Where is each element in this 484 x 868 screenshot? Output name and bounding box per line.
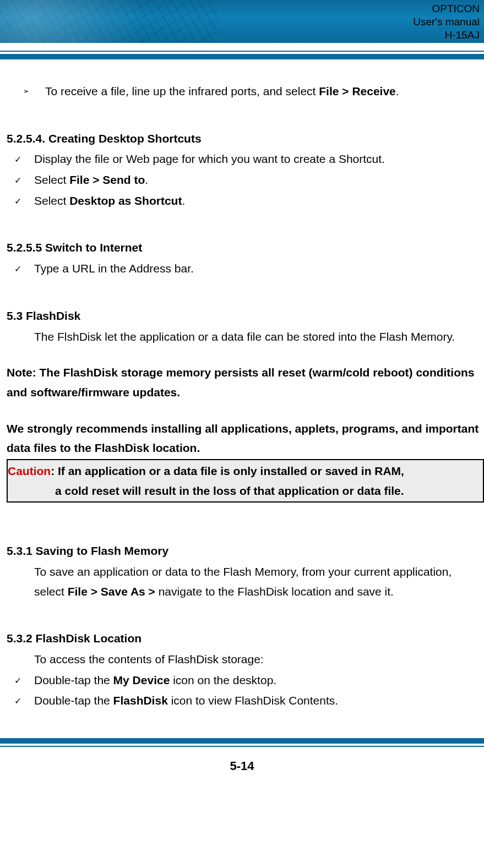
caution-line-1: Caution: If an application or a data fil… bbox=[8, 461, 481, 481]
check-icon: ✓ bbox=[7, 670, 34, 688]
bullet-text: Type a URL in the Address bar. bbox=[34, 259, 484, 279]
text-post: icon to view FlashDisk Contents. bbox=[168, 694, 338, 707]
caution-line-2: a cold reset will result in the loss of … bbox=[55, 481, 481, 501]
header-banner: OPTICON User's manual H-15AJ bbox=[0, 0, 484, 43]
heading-internet: 5.2.5.5 Switch to Internet bbox=[7, 238, 484, 258]
check-icon: ✓ bbox=[7, 691, 34, 708]
heading-flash-location: 5.3.2 FlashDisk Location bbox=[7, 629, 484, 648]
text-bold: FlashDisk bbox=[113, 694, 168, 707]
text-post: . bbox=[145, 173, 148, 186]
text-pre: Select bbox=[34, 173, 69, 186]
header-line-1: OPTICON bbox=[413, 2, 480, 15]
caution-label: Caution bbox=[8, 465, 51, 477]
flash-location-intro: To access the contents of FlashDisk stor… bbox=[34, 649, 484, 669]
check-icon: ✓ bbox=[7, 170, 34, 188]
bullet-location-1: ✓ Double-tap the My Device icon on the d… bbox=[7, 670, 484, 690]
check-icon: ✓ bbox=[7, 259, 34, 276]
bullet-shortcut-2: ✓ Select File > Send to. bbox=[7, 170, 484, 190]
content-area: ➢ To receive a file, line up the infrare… bbox=[0, 59, 484, 711]
flashdisk-body: The FlshDisk let the application or a da… bbox=[34, 327, 484, 347]
text-pre: To receive a file, line up the infrared … bbox=[45, 85, 319, 97]
bullet-receive-file: ➢ To receive a file, line up the infrare… bbox=[7, 81, 484, 101]
heading-flashdisk: 5.3 FlashDisk bbox=[7, 306, 484, 326]
caution-text-1: : If an application or a data file is on… bbox=[51, 465, 404, 477]
note-block: Note: The FlashDisk storage memory persi… bbox=[7, 363, 484, 402]
bullet-internet-1: ✓ Type a URL in the Address bar. bbox=[7, 259, 484, 279]
text-bold: Desktop as Shortcut bbox=[69, 194, 182, 207]
text-post: navigate to the FlashDisk location and s… bbox=[155, 585, 394, 598]
heading-save-flash: 5.3.1 Saving to Flash Memory bbox=[7, 541, 484, 561]
page-container: OPTICON User's manual H-15AJ ➢ To receiv… bbox=[0, 0, 484, 784]
header-line-3: H-15AJ bbox=[413, 29, 480, 42]
footer-rules bbox=[0, 738, 484, 747]
bullet-text: Double-tap the My Device icon on the des… bbox=[34, 670, 484, 690]
text-pre: Select bbox=[34, 194, 69, 207]
bullet-shortcut-3: ✓ Select Desktop as Shortcut. bbox=[7, 191, 484, 211]
caution-box: Caution: If an application or a data fil… bbox=[7, 459, 484, 503]
text-bold: File > Save As > bbox=[68, 585, 155, 598]
text-bold: File > Send to bbox=[69, 173, 145, 186]
check-icon: ✓ bbox=[7, 149, 34, 167]
bullet-text: Select File > Send to. bbox=[34, 170, 484, 190]
header-rule-thick bbox=[0, 54, 484, 59]
arrow-icon: ➢ bbox=[7, 81, 45, 97]
check-icon: ✓ bbox=[7, 191, 34, 209]
header-text-block: OPTICON User's manual H-15AJ bbox=[413, 2, 480, 41]
footer-rule-thin bbox=[0, 746, 484, 747]
heading-shortcuts: 5.2.5.4. Creating Desktop Shortcuts bbox=[7, 129, 484, 149]
text-post: . bbox=[182, 194, 185, 207]
text-pre: Double-tap the bbox=[34, 674, 113, 686]
text-bold: My Device bbox=[113, 674, 170, 686]
text-bold: File > Receive bbox=[319, 85, 396, 97]
header-rule-thin bbox=[0, 51, 484, 52]
bullet-location-2: ✓ Double-tap the FlashDisk icon to view … bbox=[7, 691, 484, 711]
text-post: icon on the desktop. bbox=[170, 674, 276, 686]
bullet-shortcut-1: ✓ Display the file or Web page for which… bbox=[7, 149, 484, 169]
bullet-text: To receive a file, line up the infrared … bbox=[45, 81, 484, 101]
bullet-text: Double-tap the FlashDisk icon to view Fl… bbox=[34, 691, 484, 711]
header-line-2: User's manual bbox=[413, 15, 480, 29]
text-post: . bbox=[396, 85, 399, 97]
save-flash-body: To save an application or data to the Fl… bbox=[34, 562, 484, 601]
footer-rule-thick bbox=[0, 738, 484, 744]
banner-texture bbox=[0, 0, 218, 43]
text-pre: Double-tap the bbox=[34, 694, 113, 707]
bullet-text: Display the file or Web page for which y… bbox=[34, 149, 484, 169]
recommend-block: We strongly recommends installing all ap… bbox=[7, 419, 484, 458]
page-number: 5-14 bbox=[0, 759, 484, 784]
bullet-text: Select Desktop as Shortcut. bbox=[34, 191, 484, 211]
